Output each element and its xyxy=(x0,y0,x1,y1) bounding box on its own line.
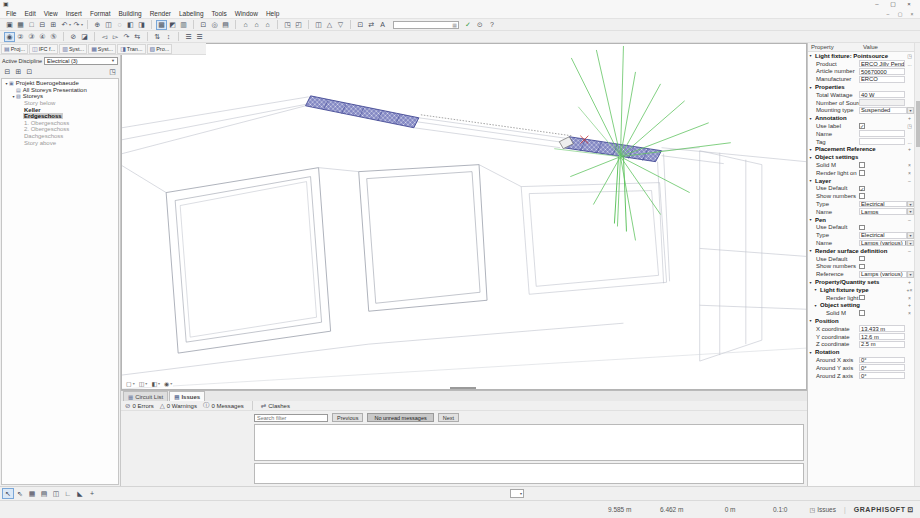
value-field[interactable]: Electrical xyxy=(859,232,907,239)
drawing-3d-view[interactable] xyxy=(122,44,806,389)
property-section[interactable]: ▾Render surface definition– xyxy=(808,247,914,255)
saved-view-icon[interactable]: ▽ xyxy=(335,20,346,30)
tree-item[interactable]: Dachgeschoss xyxy=(2,133,118,140)
property-section[interactable]: ▾Property/Quantity sets+ xyxy=(808,278,914,286)
dropdown-caret-icon[interactable]: ▾ xyxy=(907,232,914,239)
property-section[interactable]: ▾Rotation xyxy=(808,348,914,356)
collaboration-icon[interactable]: ◎ xyxy=(209,20,220,30)
value-field[interactable]: 13.433 m xyxy=(859,325,905,332)
maximize-button[interactable]: ▢ xyxy=(885,0,901,9)
ribbon-button[interactable]: ▤Proj... xyxy=(1,44,28,54)
export-document-icon[interactable]: ◳ xyxy=(282,20,293,30)
dock-toolbar-clashes[interactable]: ⇄Clashes xyxy=(261,402,290,410)
next-button[interactable]: Next xyxy=(438,413,459,422)
value-field[interactable]: 50670000 xyxy=(859,68,905,75)
confirm-icon[interactable]: ✓ xyxy=(462,21,474,29)
checkbox[interactable] xyxy=(859,295,865,301)
property-section[interactable]: ▾Pen– xyxy=(808,216,914,224)
discipline-main-icon[interactable]: ◉ xyxy=(4,32,15,42)
tab-issues[interactable]: ▤Issues xyxy=(169,391,205,401)
menu-tools[interactable]: Tools xyxy=(208,10,231,17)
row-action[interactable]: ◳ xyxy=(905,53,914,59)
tree-item[interactable]: ▤All Storeys Presentation xyxy=(2,87,118,94)
value-field[interactable]: 2.5 m xyxy=(859,341,905,348)
issue-details[interactable] xyxy=(254,463,804,484)
property-section[interactable]: ▾Object setting+ xyxy=(808,302,914,310)
checkbox[interactable] xyxy=(859,162,865,168)
menu-labeling[interactable]: Labeling xyxy=(175,10,208,17)
row-action[interactable]: ... xyxy=(905,139,914,145)
walkthrough-icon[interactable]: ◌ xyxy=(114,20,125,30)
discipline-2-icon[interactable]: ② xyxy=(15,32,26,42)
value-field[interactable] xyxy=(859,99,905,106)
ribbon-button[interactable]: ◫IFC f... xyxy=(29,44,58,54)
components-icon[interactable]: ◩ xyxy=(167,20,178,30)
issues-status-link[interactable]: ◳ Issues xyxy=(809,506,835,513)
checkbox[interactable] xyxy=(859,193,865,199)
dock-toolbar-0-errors[interactable]: ⊘0 Errors xyxy=(125,402,154,410)
window-icon[interactable]: ▣ xyxy=(4,20,15,30)
slope-icon[interactable]: ◣ xyxy=(74,488,86,499)
property-section[interactable]: ▾Placement Reference+ xyxy=(808,146,914,154)
dropdown-caret-icon[interactable]: ▾ xyxy=(907,271,914,278)
layers-button[interactable]: ◫▾ xyxy=(138,380,149,387)
close-button[interactable]: × xyxy=(901,0,917,9)
luminaire-strip-2[interactable] xyxy=(559,137,661,162)
row-action[interactable]: +× xyxy=(905,287,914,293)
tree-item[interactable]: Story below xyxy=(2,100,118,107)
menu-edit[interactable]: Edit xyxy=(20,10,39,17)
issue-search-input[interactable] xyxy=(254,414,328,422)
copy-properties-icon[interactable]: ◧ xyxy=(125,20,136,30)
row-action[interactable]: + xyxy=(905,302,914,308)
discipline-5-icon[interactable]: ⑤ xyxy=(48,32,59,42)
checkbox-checked[interactable]: ✓ xyxy=(859,123,865,129)
frame-view-icon[interactable]: ◫ xyxy=(313,20,324,30)
display-options-button[interactable]: ◧▾ xyxy=(150,380,161,387)
value-field[interactable] xyxy=(859,130,905,137)
text-tool-icon[interactable]: A xyxy=(377,20,388,30)
value-field[interactable] xyxy=(859,138,905,145)
team-view-icon[interactable]: ⊞ xyxy=(13,67,24,77)
mirror-icon[interactable]: ⇆ xyxy=(132,32,143,42)
row-action[interactable]: ... xyxy=(905,61,914,67)
record-icon[interactable]: ⊙ xyxy=(474,21,486,29)
row-action[interactable]: × xyxy=(905,295,914,301)
checkbox[interactable] xyxy=(859,256,865,262)
alert-view-icon[interactable]: △ xyxy=(324,20,335,30)
diagram-icon[interactable]: ⇄ xyxy=(366,20,377,30)
help-icon[interactable]: ? xyxy=(486,21,498,28)
value-field[interactable]: Lamps xyxy=(859,208,907,215)
menu-help[interactable]: Help xyxy=(262,10,283,17)
refresh-icon[interactable]: ⊡ xyxy=(24,67,35,77)
row-action[interactable]: + xyxy=(905,115,914,121)
panel-view-icon[interactable]: ▥ xyxy=(178,20,189,30)
menu-view[interactable]: View xyxy=(40,10,62,17)
tree-item[interactable]: 1. Obergeschoss xyxy=(2,120,118,127)
stamp-icon[interactable]: ◪ xyxy=(79,32,90,42)
tree-item[interactable]: ▾▣Projekt Buerogebaeude xyxy=(2,80,118,87)
ribbon-button[interactable]: ▧Pro... xyxy=(147,44,173,54)
pan-icon[interactable]: ◫ xyxy=(103,20,114,30)
property-section[interactable]: ▾Position xyxy=(808,317,914,325)
tree-item[interactable]: Erdgeschoss xyxy=(2,113,118,120)
issue-list[interactable] xyxy=(254,424,804,461)
value-field[interactable]: Lamps (various) xyxy=(859,240,907,247)
menu-window[interactable]: Window xyxy=(231,10,262,17)
checkbox[interactable] xyxy=(859,264,865,270)
checkbox-checked[interactable]: ✓ xyxy=(859,186,865,192)
cabinet-icon[interactable]: ⌂ xyxy=(251,20,262,30)
value-field[interactable]: Lamps (various) xyxy=(859,271,907,278)
monitor-icon[interactable]: ⊡ xyxy=(355,20,366,30)
measure-icon[interactable]: ∟ xyxy=(62,488,74,499)
checkbox[interactable] xyxy=(859,310,865,316)
window-grid-icon[interactable]: ▦ xyxy=(26,488,38,499)
move-right-icon[interactable]: ▻ xyxy=(110,32,121,42)
ribbon-button[interactable]: ▥Syst... xyxy=(59,44,87,54)
luminaire-strip-1[interactable] xyxy=(306,96,419,128)
tree-item[interactable]: 2. Obergeschoss xyxy=(2,126,118,133)
distribute-icon[interactable]: ↕ xyxy=(163,32,174,42)
value-field[interactable]: 12.6 m xyxy=(859,333,905,340)
tab-circuit-list[interactable]: ▦Circuit List xyxy=(123,391,168,401)
value-field[interactable]: 0° xyxy=(859,364,905,371)
tree-item[interactable]: Keller xyxy=(2,106,118,113)
